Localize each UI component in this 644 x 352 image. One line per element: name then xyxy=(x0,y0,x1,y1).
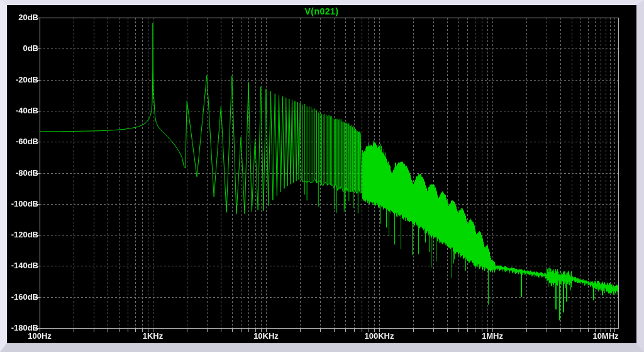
y-axis-label: 20dB xyxy=(8,13,38,22)
y-axis-label: -60dB xyxy=(8,137,38,146)
y-axis-label: -160dB xyxy=(8,293,38,302)
y-axis-label: -40dB xyxy=(8,106,38,115)
x-axis-label: 1MHz xyxy=(467,332,518,341)
y-axis-label: -140dB xyxy=(8,261,38,270)
x-axis-label: 10MHz xyxy=(580,332,631,341)
x-axis-label: 1KHz xyxy=(128,332,178,341)
fft-plot-canvas[interactable] xyxy=(7,5,636,343)
ltspice-window: V(n021) 20dB0dB-20dB-40dB-60dB-80dB-100d… xyxy=(0,0,644,352)
x-axis-label: 100Hz xyxy=(14,332,65,341)
x-axis-label: 10KHz xyxy=(241,332,291,341)
y-axis-label: 0dB xyxy=(8,44,38,53)
y-axis-label: -20dB xyxy=(8,76,38,84)
x-axis-label: 100KHz xyxy=(354,332,404,341)
window-frame: V(n021) 20dB0dB-20dB-40dB-60dB-80dB-100d… xyxy=(0,0,644,352)
y-axis-label: -80dB xyxy=(8,169,38,178)
y-axis-label: -120dB xyxy=(8,230,38,239)
plot-pane: V(n021) 20dB0dB-20dB-40dB-60dB-80dB-100d… xyxy=(7,5,636,343)
trace-label[interactable]: V(n021) xyxy=(7,6,636,16)
y-axis-label: -100dB xyxy=(8,200,38,208)
